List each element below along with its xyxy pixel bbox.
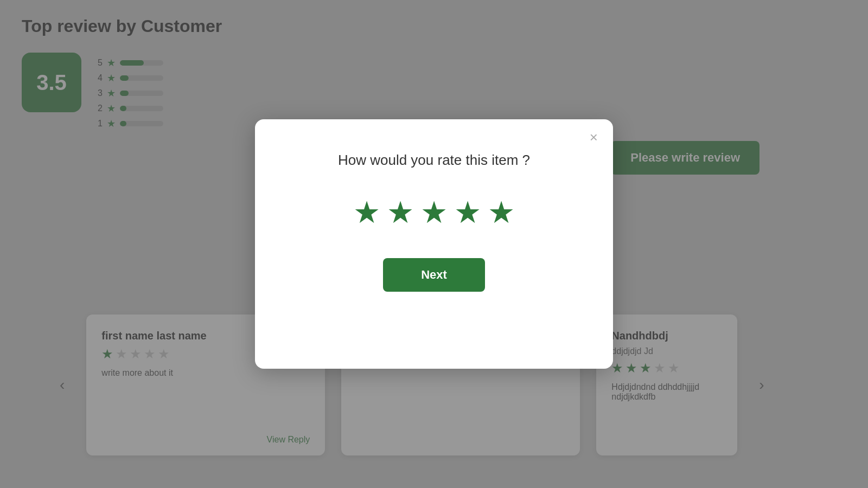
modal-star-1[interactable]: ★ [353,195,380,230]
modal-question: How would you rate this item ? [338,152,530,169]
modal-close-button[interactable]: × [590,130,598,144]
modal-next-button[interactable]: Next [383,258,485,292]
modal-star-3[interactable]: ★ [420,195,448,230]
modal-star-4[interactable]: ★ [454,195,481,230]
modal-star-5[interactable]: ★ [488,195,515,230]
modal-star-2[interactable]: ★ [387,195,414,230]
rating-modal: × How would you rate this item ? ★ ★ ★ ★… [255,119,613,369]
modal-overlay: × How would you rate this item ? ★ ★ ★ ★… [0,0,868,488]
modal-stars: ★ ★ ★ ★ ★ [353,195,515,230]
